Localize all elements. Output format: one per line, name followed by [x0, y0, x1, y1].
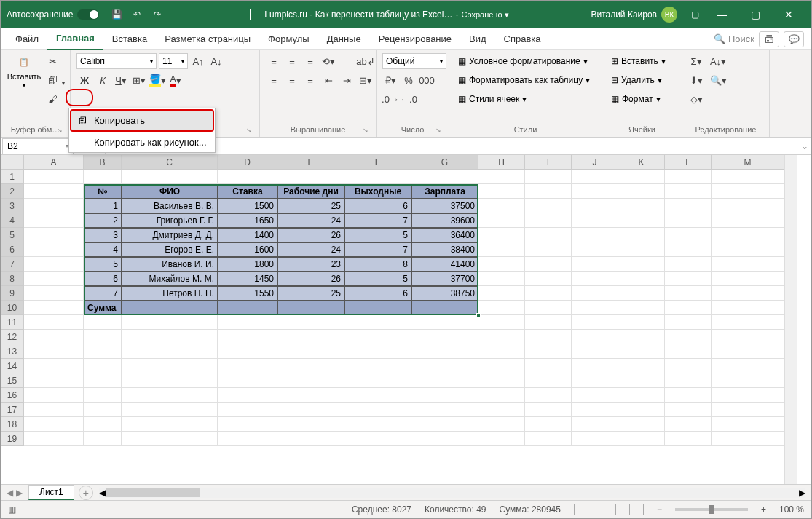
- cell-K4[interactable]: [618, 213, 665, 228]
- font-name-combo[interactable]: Calibri▾: [76, 53, 157, 69]
- cell-F15[interactable]: [344, 373, 411, 388]
- row-header-11[interactable]: 11: [1, 315, 24, 330]
- cond-format-button[interactable]: ▦ Условное форматирование ▾: [455, 53, 593, 69]
- cell-D3[interactable]: 1500: [218, 199, 277, 213]
- tab-view[interactable]: Вид: [460, 28, 495, 50]
- cell-J19[interactable]: [572, 432, 618, 446]
- cell-I10[interactable]: [525, 301, 572, 315]
- cell-M17[interactable]: [712, 403, 784, 417]
- cell-E12[interactable]: [277, 330, 344, 344]
- col-header-C[interactable]: C: [122, 155, 218, 170]
- row-header-2[interactable]: 2: [1, 184, 24, 199]
- cell-K3[interactable]: [618, 199, 665, 213]
- cell-B14[interactable]: [84, 359, 122, 373]
- cell-H11[interactable]: [478, 315, 525, 330]
- cell-M1[interactable]: [712, 170, 784, 184]
- italic-button[interactable]: К: [95, 72, 111, 88]
- row-header-9[interactable]: 9: [1, 286, 24, 301]
- tab-home[interactable]: Главная: [47, 28, 103, 50]
- cell-F6[interactable]: 7: [344, 242, 411, 257]
- cell-J16[interactable]: [572, 388, 618, 403]
- view-layout-button[interactable]: [602, 504, 616, 515]
- tab-file[interactable]: Файл: [7, 28, 47, 50]
- col-header-I[interactable]: I: [525, 155, 572, 170]
- cell-K18[interactable]: [618, 417, 665, 432]
- cell-M7[interactable]: [712, 257, 784, 272]
- cell-J14[interactable]: [572, 359, 618, 373]
- insert-cells-button[interactable]: ⊞ Вставить ▾: [608, 53, 669, 69]
- cell-M14[interactable]: [712, 359, 784, 373]
- sheet-nav-next[interactable]: ▶: [16, 488, 23, 498]
- find-select-button[interactable]: 🔍▾: [707, 72, 729, 88]
- cell-E3[interactable]: 25: [277, 199, 344, 213]
- cell-B19[interactable]: [84, 432, 122, 446]
- align-bottom-button[interactable]: ≡: [302, 53, 318, 69]
- cell-F14[interactable]: [344, 359, 411, 373]
- cell-G11[interactable]: [411, 315, 478, 330]
- cell-K15[interactable]: [618, 373, 665, 388]
- cell-M11[interactable]: [712, 315, 784, 330]
- cell-I4[interactable]: [525, 213, 572, 228]
- cell-A9[interactable]: [24, 286, 84, 301]
- fill-button[interactable]: ⬇▾: [688, 72, 704, 88]
- cell-B17[interactable]: [84, 403, 122, 417]
- cell-M9[interactable]: [712, 286, 784, 301]
- cell-L11[interactable]: [665, 315, 712, 330]
- cell-B13[interactable]: [84, 344, 122, 359]
- cell-L7[interactable]: [665, 257, 712, 272]
- cell-H3[interactable]: [478, 199, 525, 213]
- cell-I15[interactable]: [525, 373, 572, 388]
- cell-H5[interactable]: [478, 228, 525, 242]
- cell-J15[interactable]: [572, 373, 618, 388]
- cell-C1[interactable]: [122, 170, 218, 184]
- vertical-scrollbar[interactable]: [784, 155, 797, 484]
- cell-G18[interactable]: [411, 417, 478, 432]
- close-button[interactable]: ✕: [772, 1, 805, 28]
- cell-A6[interactable]: [24, 242, 84, 257]
- cell-B5[interactable]: 3: [84, 228, 122, 242]
- cell-D19[interactable]: [218, 432, 277, 446]
- cell-E14[interactable]: [277, 359, 344, 373]
- cell-I11[interactable]: [525, 315, 572, 330]
- row-header-1[interactable]: 1: [1, 170, 24, 184]
- cell-J5[interactable]: [572, 228, 618, 242]
- cell-I18[interactable]: [525, 417, 572, 432]
- name-box[interactable]: B2▾: [2, 138, 74, 154]
- cell-E2[interactable]: Рабочие дни: [277, 184, 344, 199]
- col-header-J[interactable]: J: [572, 155, 618, 170]
- maximize-button[interactable]: ▢: [738, 1, 772, 28]
- tab-review[interactable]: Рецензирование: [370, 28, 460, 50]
- cell-I1[interactable]: [525, 170, 572, 184]
- align-right-button[interactable]: ≡: [302, 72, 318, 88]
- paste-button[interactable]: 📋 Вставить ▾: [7, 53, 42, 89]
- cell-K11[interactable]: [618, 315, 665, 330]
- cell-G15[interactable]: [411, 373, 478, 388]
- cell-H2[interactable]: [478, 184, 525, 199]
- cell-L10[interactable]: [665, 301, 712, 315]
- cell-styles-button[interactable]: ▦ Стили ячеек ▾: [455, 91, 593, 107]
- expand-formula-bar[interactable]: ⌄: [798, 141, 811, 151]
- cell-L14[interactable]: [665, 359, 712, 373]
- cell-B3[interactable]: 1: [84, 199, 122, 213]
- cell-C10[interactable]: [122, 301, 218, 315]
- cell-E9[interactable]: 25: [277, 286, 344, 301]
- cell-F16[interactable]: [344, 388, 411, 403]
- cell-M3[interactable]: [712, 199, 784, 213]
- col-header-H[interactable]: H: [478, 155, 525, 170]
- row-header-12[interactable]: 12: [1, 330, 24, 344]
- search-box[interactable]: 🔍 Поиск: [714, 33, 754, 44]
- cell-C15[interactable]: [122, 373, 218, 388]
- cell-I5[interactable]: [525, 228, 572, 242]
- cell-F1[interactable]: [344, 170, 411, 184]
- row-header-10[interactable]: 10: [1, 301, 24, 315]
- cell-L18[interactable]: [665, 417, 712, 432]
- fill-color-button[interactable]: 🪣▾: [149, 72, 165, 88]
- row-header-17[interactable]: 17: [1, 403, 24, 417]
- cell-K14[interactable]: [618, 359, 665, 373]
- cell-E15[interactable]: [277, 373, 344, 388]
- cell-C16[interactable]: [122, 388, 218, 403]
- format-table-button[interactable]: ▦ Форматировать как таблицу ▾: [455, 72, 593, 88]
- cell-K2[interactable]: [618, 184, 665, 199]
- cell-F13[interactable]: [344, 344, 411, 359]
- currency-button[interactable]: ₽▾: [382, 72, 398, 88]
